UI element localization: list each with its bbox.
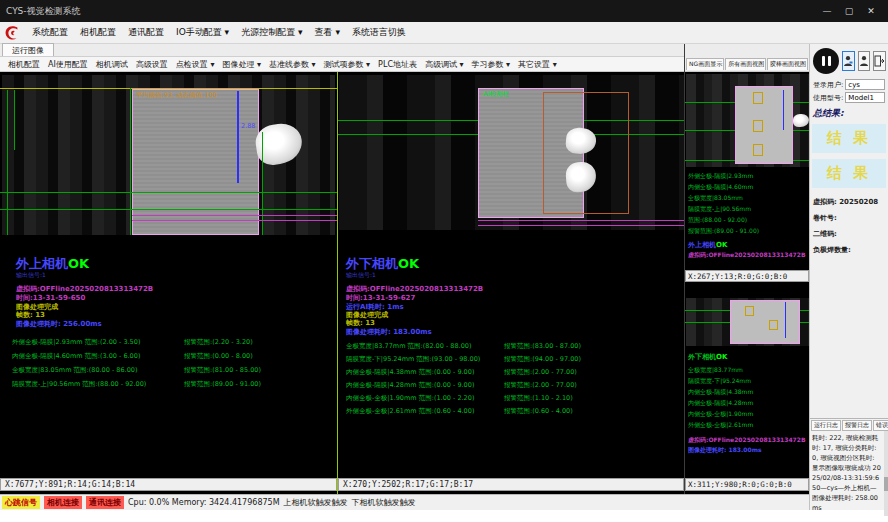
thumbnail-1[interactable]: 外侧全极-隔膜|2.93mm内侧全极-隔膜|4.60mm全极宽度|83.05mm… (685, 72, 809, 270)
camera-views-column: 运行图像 相机配置AI使用配置相机调试高级设置点检设置 ▾图像处理 ▾基准线参数… (0, 44, 684, 494)
close-button[interactable]: ✕ (860, 6, 882, 16)
thumb-meta-line: 虚拟码:OFFline2025020813313472B (688, 436, 808, 445)
exit-door-icon (874, 55, 885, 67)
thumbnail-column: NG画面显示所有画面视图胶棒画面视图 (684, 44, 809, 494)
log-tab[interactable]: 运行日志 (811, 420, 841, 431)
scrollbar-thumb[interactable] (884, 477, 888, 491)
toolbar-item[interactable]: 相机调试 (92, 59, 132, 70)
measurement-row: 内侧全极-隔膜|4.28mm 范围:(0.00 - 9.00) 报警范围:(2.… (346, 381, 682, 394)
camera-name: 外下相机 (688, 353, 716, 361)
log-tab[interactable]: 错误日志 (873, 420, 888, 431)
menu-item[interactable]: 通讯配置 (122, 24, 170, 41)
thumb-meta-line: 虚拟码:OFFline2025020813313472B (688, 251, 808, 260)
camera-name: 外下相机 (346, 256, 398, 271)
thumbnail-tab[interactable]: NG画面显示 (686, 58, 724, 70)
roi-rect (132, 89, 259, 235)
measurement-list: 全极宽度|83.77mm 范围:(82.00 - 88.00) 报警范围:(83… (346, 342, 682, 420)
log-tabs: 运行日志报警日志错误日志 (810, 419, 888, 431)
thumb-measure-line: 报警范围:(89.00 - 91.00) (688, 227, 808, 238)
thumb-measure-line: 内侧全极-全极|1.90mm (688, 410, 808, 421)
log-scrollbar[interactable] (884, 431, 888, 516)
log-tab[interactable]: 报警日志 (842, 420, 872, 431)
app-logo-icon (3, 24, 21, 42)
elapsed-line: 图像处理耗时: 256.00ms (16, 319, 102, 329)
thumb-measure-line: 全极宽度|83.77mm (688, 366, 808, 377)
measurement-value: 外侧全极-隔膜|2.93mm 范围:(2.00 - 3.50) (12, 338, 184, 347)
measurement-value: 内侧全极-全极|1.90mm 范围:(1.00 - 2.20) (346, 394, 504, 403)
virtual-code-label: 虚拟码: 20250208 (813, 197, 885, 207)
control-panel: 登录用户: 使用型号: 总结果: 结 果 结 果 虚拟码: 20250208 卷… (809, 44, 888, 510)
camera-ok-status: OK (398, 256, 419, 271)
total-result-label: 总结果: (813, 107, 885, 120)
camera-signal: 输出信号:1 (346, 271, 376, 280)
tab-row: 运行图像 (0, 44, 684, 57)
thumb-result-title: 外下相机OK (688, 352, 727, 362)
menu-bar: 系统配置相机配置通讯配置IO手动配置 ▾光源控制配置 ▾查看 ▾系统语言切换 (0, 22, 888, 44)
minimize-button[interactable]: — (816, 6, 838, 16)
measurement-row: 全极宽度|83.77mm 范围:(82.00 - 88.00) 报警范围:(83… (346, 342, 682, 355)
mark-rect (753, 120, 763, 132)
alarm-range: 报警范围:(81.00 - 85.00) (184, 366, 261, 375)
user-badge-icon (843, 55, 853, 67)
exit-button[interactable] (873, 51, 886, 71)
tab-run-image[interactable]: 运行图像 (2, 43, 54, 56)
thumbnail-tab[interactable]: 所有画面视图 (725, 58, 766, 70)
content-row: 运行图像 相机配置AI使用配置相机调试高级设置点检设置 ▾图像处理 ▾基准线参数… (0, 44, 809, 494)
camera-canvas-left[interactable]: 平均阈值:93, 动态阈值:100 2.88 外上相机OK (0, 72, 337, 478)
elapsed-line: 图像处理耗时: 183.00ms (346, 327, 432, 337)
main-column: 运行图像 相机配置AI使用配置相机调试高级设置点检设置 ▾图像处理 ▾基准线参数… (0, 44, 809, 510)
measurement-value: 外侧全极-全极|2.61mm 范围:(0.60 - 4.00) (346, 407, 504, 416)
menu-item[interactable]: 相机配置 (74, 24, 122, 41)
toolbar-item[interactable]: 高级设置 (132, 59, 172, 70)
pause-button[interactable] (813, 48, 839, 74)
user-switch-button[interactable] (858, 51, 871, 71)
menu-item[interactable]: 系统配置 (26, 24, 74, 41)
camera-ok-status: OK (716, 353, 727, 361)
alarm-range: 报警范围:(2.20 - 3.20) (184, 338, 253, 347)
maximize-button[interactable]: ▢ (838, 6, 860, 16)
toolbar-item[interactable]: 其它设置 ▾ (514, 59, 561, 70)
login-user-row: 登录用户: (813, 79, 886, 90)
camera-view-left: 平均阈值:93, 动态阈值:100 2.88 外上相机OK (0, 72, 337, 494)
thumb-elapsed-line: 图像处理耗时: 183.00ms (688, 446, 808, 455)
thumbnail-2[interactable]: 外下相机OK 全极宽度|83.77mm隔膜宽度-下|95.24mm内侧全极-隔膜… (685, 282, 809, 478)
menu-item[interactable]: IO手动配置 ▾ (170, 24, 235, 41)
model-field[interactable] (845, 92, 885, 103)
toolbar-item[interactable]: 图像处理 ▾ (218, 59, 265, 70)
log-panel: 运行日志报警日志错误日志 耗时: 222, 瑕疵检测耗时: 17, 瑕疵分类耗时… (810, 418, 888, 510)
model-row: 使用型号: (813, 92, 886, 103)
camera-canvas-mid[interactable]: AI检测框 外下相机OK 输出信号:1 虚拟码:OFFlin (338, 72, 684, 478)
toolbar-item[interactable]: 相机配置 (4, 59, 44, 70)
thumb-measure-line: 隔膜宽度-下|95.24mm (688, 377, 808, 388)
thumb-measure-line: 外侧全极-全极|2.61mm (688, 421, 808, 432)
toolbar-item[interactable]: 基准线参数 ▾ (265, 59, 320, 70)
cursor-coords-thumb2: X:311;Y:980;R:0;G:0;B:0 (685, 478, 809, 491)
measurement-value: 隔膜宽度-下|95.24mm 范围:(93.00 - 98.00) (346, 355, 504, 364)
camera-name: 外上相机 (16, 256, 68, 271)
login-user-field[interactable] (845, 79, 885, 90)
toolbar-item[interactable]: 测试项参数 ▾ (320, 59, 375, 70)
toolbar-item[interactable]: PLC地址表 (374, 59, 421, 70)
thumb-measure-list: 全极宽度|83.77mm隔膜宽度-下|95.24mm内侧全极-隔膜|4.38mm… (688, 366, 808, 432)
alarm-range: 报警范围:(2.00 - 77.00) (504, 381, 577, 390)
mark-rect (753, 92, 763, 104)
thumbnail-tab[interactable]: 胶棒画面视图 (767, 58, 808, 70)
menu-item[interactable]: 系统语言切换 (346, 24, 412, 41)
menu-item[interactable]: 查看 ▾ (309, 24, 346, 41)
measurement-row: 内侧全极-隔膜|4.60mm 范围:(3.00 - 6.00) 报警范围:(0.… (12, 352, 334, 366)
toolbar-item[interactable]: 高级调试 ▾ (421, 59, 468, 70)
menu-item[interactable]: 光源控制配置 ▾ (235, 24, 308, 41)
operator-login-button[interactable] (842, 51, 855, 71)
camera-ok-status: OK (716, 241, 727, 249)
heartbeat-badge: 心跳信号 (2, 496, 40, 509)
measurement-row: 隔膜宽度-上|90.56mm 范围:(88.00 - 92.00) 报警范围:(… (12, 380, 334, 394)
pause-icon (828, 56, 831, 66)
menu-items: 系统配置相机配置通讯配置IO手动配置 ▾光源控制配置 ▾查看 ▾系统语言切换 (26, 24, 412, 41)
thumb-measure-line: 范围:(88.00 - 92.00) (688, 216, 808, 227)
mark-rect (745, 306, 754, 316)
toolbar-item[interactable]: AI使用配置 (44, 59, 92, 70)
toolbar-item[interactable]: 学习参数 ▾ (468, 59, 515, 70)
camera-connect-badge: 相机连接 (44, 496, 82, 509)
toolbar-item[interactable]: 点检设置 ▾ (172, 59, 219, 70)
overlay-line (783, 90, 784, 130)
